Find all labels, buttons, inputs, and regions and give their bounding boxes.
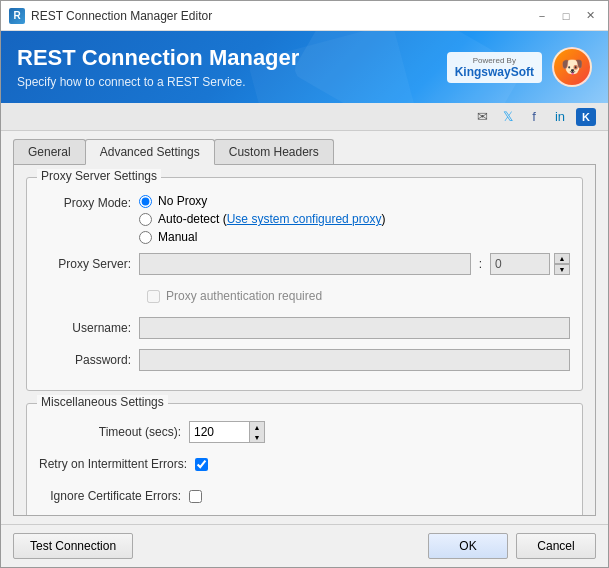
cancel-button[interactable]: Cancel xyxy=(516,533,596,559)
username-input[interactable] xyxy=(139,317,570,339)
powered-by-badge: Powered By KingswaySoft xyxy=(447,52,542,83)
ignore-cert-control xyxy=(189,490,570,503)
username-row: Username: xyxy=(39,316,570,340)
header-banner: REST Connection Manager Specify how to c… xyxy=(1,31,608,103)
header-title-section: REST Connection Manager Specify how to c… xyxy=(17,45,299,89)
kingsway-icon[interactable]: K xyxy=(576,108,596,126)
port-spinner: ▲ ▼ xyxy=(554,253,570,275)
header-title: REST Connection Manager xyxy=(17,45,299,71)
timeout-up-button[interactable]: ▲ xyxy=(250,422,264,432)
radio-manual-input[interactable] xyxy=(139,231,152,244)
title-bar-left: R REST Connection Manager Editor xyxy=(9,8,212,24)
maximize-button[interactable]: □ xyxy=(556,7,576,25)
password-label: Password: xyxy=(39,353,139,367)
timeout-row: Timeout (secs): ▲ ▼ xyxy=(39,420,570,444)
timeout-control: ▲ ▼ xyxy=(189,421,570,443)
proxy-server-label: Proxy Server: xyxy=(39,257,139,271)
password-input[interactable] xyxy=(139,349,570,371)
window-controls: − □ ✕ xyxy=(532,7,600,25)
proxy-server-settings-group: Proxy Server Settings Proxy Mode: No Pro… xyxy=(26,177,583,391)
ignore-cert-label: Ignore Certificate Errors: xyxy=(39,489,189,503)
ignore-cert-checkbox[interactable] xyxy=(189,490,202,503)
proxy-radio-group: No Proxy Auto-detect (Use system configu… xyxy=(139,194,385,244)
radio-auto-detect-label: Auto-detect (Use system configured proxy… xyxy=(158,212,385,226)
timeout-arrows: ▲ ▼ xyxy=(249,421,265,443)
misc-settings-group: Miscellaneous Settings Timeout (secs): ▲… xyxy=(26,403,583,516)
radio-auto-detect[interactable]: Auto-detect (Use system configured proxy… xyxy=(139,212,385,226)
window-title: REST Connection Manager Editor xyxy=(31,9,212,23)
proxy-auth-checkbox-label[interactable]: Proxy authentication required xyxy=(147,289,322,303)
social-bar: ✉ 𝕏 f in K xyxy=(1,103,608,131)
proxy-server-row: Proxy Server: : ▲ ▼ xyxy=(39,252,570,276)
proxy-auth-label: Proxy authentication required xyxy=(166,289,322,303)
misc-group-content: Timeout (secs): ▲ ▼ xyxy=(27,404,582,516)
timeout-spinner: ▲ ▼ xyxy=(189,421,265,443)
retry-checkbox[interactable] xyxy=(195,458,208,471)
linkedin-icon[interactable]: in xyxy=(550,108,570,126)
radio-no-proxy-input[interactable] xyxy=(139,195,152,208)
retry-checkbox-label[interactable] xyxy=(195,458,208,471)
username-label: Username: xyxy=(39,321,139,335)
twitter-icon[interactable]: 𝕏 xyxy=(498,108,518,126)
tab-general[interactable]: General xyxy=(13,139,86,164)
tab-bar: General Advanced Settings Custom Headers xyxy=(13,139,596,164)
password-row: Password: xyxy=(39,348,570,372)
footer: Test Connection OK Cancel xyxy=(1,524,608,567)
password-control xyxy=(139,349,570,371)
ok-button[interactable]: OK xyxy=(428,533,508,559)
radio-no-proxy[interactable]: No Proxy xyxy=(139,194,385,208)
close-button[interactable]: ✕ xyxy=(580,7,600,25)
app-icon: R xyxy=(9,8,25,24)
proxy-mode-options: No Proxy Auto-detect (Use system configu… xyxy=(139,194,570,244)
test-connection-button[interactable]: Test Connection xyxy=(13,533,133,559)
main-window: R REST Connection Manager Editor − □ ✕ R… xyxy=(0,0,609,568)
tab-panel: Proxy Server Settings Proxy Mode: No Pro… xyxy=(13,164,596,516)
colon-separator: : xyxy=(475,257,486,271)
timeout-down-button[interactable]: ▼ xyxy=(250,432,264,442)
radio-no-proxy-label: No Proxy xyxy=(158,194,207,208)
header-subtitle: Specify how to connect to a REST Service… xyxy=(17,75,299,89)
proxy-server-input[interactable] xyxy=(139,253,471,275)
footer-right-buttons: OK Cancel xyxy=(428,533,596,559)
proxy-server-controls: : ▲ ▼ xyxy=(139,253,570,275)
tab-advanced-settings[interactable]: Advanced Settings xyxy=(85,139,215,165)
proxy-auth-row: Proxy authentication required xyxy=(39,284,570,308)
timeout-input[interactable] xyxy=(189,421,249,443)
proxy-mode-row: Proxy Mode: No Proxy Auto-detect (Use sy… xyxy=(39,194,570,244)
tab-custom-headers[interactable]: Custom Headers xyxy=(214,139,334,164)
proxy-auth-checkbox[interactable] xyxy=(147,290,160,303)
misc-group-title: Miscellaneous Settings xyxy=(37,395,168,409)
header-right: Powered By KingswaySoft 🐶 xyxy=(447,47,592,87)
radio-manual-label: Manual xyxy=(158,230,197,244)
ignore-cert-row: Ignore Certificate Errors: xyxy=(39,484,570,508)
auto-detect-link[interactable]: Use system configured proxy xyxy=(227,212,382,226)
proxy-mode-label: Proxy Mode: xyxy=(39,194,139,210)
retry-row: Retry on Intermittent Errors: xyxy=(39,452,570,476)
radio-manual[interactable]: Manual xyxy=(139,230,385,244)
minimize-button[interactable]: − xyxy=(532,7,552,25)
username-control xyxy=(139,317,570,339)
proxy-group-content: Proxy Mode: No Proxy Auto-detect (Use sy… xyxy=(27,178,582,390)
title-bar: R REST Connection Manager Editor − □ ✕ xyxy=(1,1,608,31)
ignore-cert-checkbox-label[interactable] xyxy=(189,490,202,503)
powered-by-text: Powered By xyxy=(473,56,516,65)
port-down-button[interactable]: ▼ xyxy=(554,264,570,275)
facebook-icon[interactable]: f xyxy=(524,108,544,126)
email-icon[interactable]: ✉ xyxy=(472,108,492,126)
port-up-button[interactable]: ▲ xyxy=(554,253,570,264)
timeout-label: Timeout (secs): xyxy=(39,425,189,439)
retry-label: Retry on Intermittent Errors: xyxy=(39,457,195,471)
proxy-group-title: Proxy Server Settings xyxy=(37,169,161,183)
proxy-port-input[interactable] xyxy=(490,253,550,275)
retry-control xyxy=(195,458,570,471)
brand-name: KingswaySoft xyxy=(455,65,534,79)
avatar: 🐶 xyxy=(552,47,592,87)
radio-auto-detect-input[interactable] xyxy=(139,213,152,226)
main-content: General Advanced Settings Custom Headers… xyxy=(1,131,608,524)
